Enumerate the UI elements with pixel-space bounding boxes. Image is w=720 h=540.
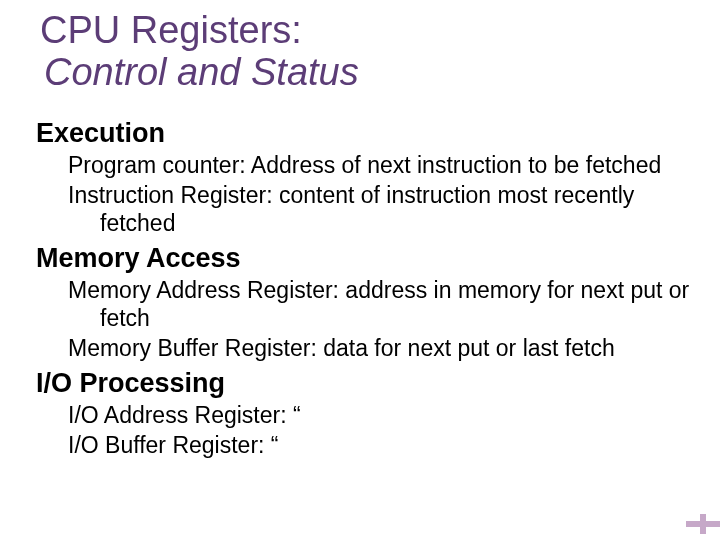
section-heading-execution: Execution (36, 118, 690, 149)
title-sub: Control and Status (44, 52, 720, 94)
list-item: Memory Address Register: address in memo… (68, 276, 690, 332)
list-item: Memory Buffer Register: data for next pu… (68, 334, 690, 362)
list-item: I/O Buffer Register: “ (68, 431, 690, 459)
section-heading-io-processing: I/O Processing (36, 368, 690, 399)
content: Execution Program counter: Address of ne… (0, 94, 720, 459)
list-item: Program counter: Address of next instruc… (68, 151, 690, 179)
title-main: CPU Registers: (40, 10, 720, 52)
list-item: Instruction Register: content of instruc… (68, 181, 690, 237)
section-heading-memory-access: Memory Access (36, 243, 690, 274)
corner-accent-icon (686, 514, 720, 534)
list-item: I/O Address Register: “ (68, 401, 690, 429)
slide: CPU Registers: Control and Status Execut… (0, 0, 720, 540)
title-block: CPU Registers: Control and Status (0, 0, 720, 94)
